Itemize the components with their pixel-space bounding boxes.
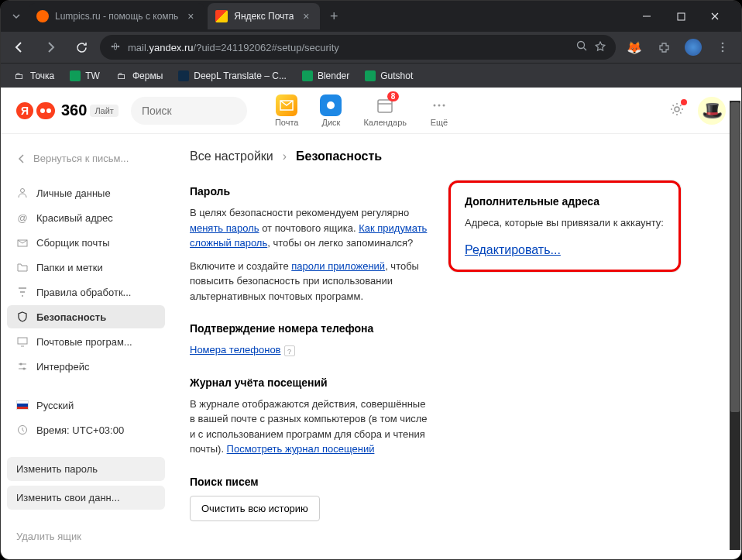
back-to-mail-link[interactable]: Вернуться к письм... [7, 146, 165, 170]
svg-line-7 [584, 48, 587, 51]
svg-point-26 [20, 363, 22, 366]
bookmark-item[interactable]: DeepL Translate – С... [172, 67, 293, 84]
section-phone: Подтверждение номера телефона Номера тел… [190, 322, 430, 358]
svg-point-16 [433, 104, 435, 106]
sidebar-item-personal[interactable]: Личные данные [7, 181, 165, 204]
app-header: Я 360 Лайт Почта Диск 8 Календарь [1, 88, 741, 134]
app-calendar[interactable]: 8 Календарь [363, 94, 407, 127]
scrollbar-thumb[interactable] [730, 102, 740, 412]
clear-history-button[interactable]: Очистить всю историю [190, 496, 320, 521]
edit-addresses-link[interactable]: Редактировать... [465, 243, 561, 256]
logo-badge: Лайт [90, 105, 119, 117]
section-text: Адреса, которые вы привязали к аккаунту: [465, 215, 665, 231]
change-password-button[interactable]: Изменить пароль [7, 457, 165, 481]
browser-tab-inactive[interactable]: Lumpics.ru - помощь с компь × [29, 3, 204, 29]
extensions-button[interactable] [651, 35, 676, 60]
forward-button[interactable] [38, 35, 63, 60]
back-button[interactable] [7, 35, 32, 60]
app-passwords-link[interactable]: пароли приложений [291, 260, 385, 272]
site-info-icon[interactable] [109, 40, 122, 55]
tab-search-dropdown[interactable] [7, 7, 26, 26]
filter-icon [16, 286, 29, 298]
section-text: В целях безопасности рекомендуем регуляр… [190, 205, 430, 251]
bookmark-star-icon[interactable] [594, 40, 606, 55]
user-avatar[interactable]: 🎩 [698, 97, 726, 125]
notification-dot [681, 99, 687, 105]
sidebar-item-timezone[interactable]: Время: UTC+03:00 [7, 418, 165, 441]
address-bar[interactable]: mail.yandex.ru/?uid=241192062#setup/secu… [100, 35, 616, 60]
bookmark-item[interactable]: 🗀Фермы [109, 67, 169, 85]
delete-mailbox-link[interactable]: Удалить ящик [7, 524, 165, 548]
maximize-button[interactable] [670, 5, 692, 27]
logo-text: 360 [61, 101, 87, 119]
sidebar-item-rules[interactable]: Правила обработк... [7, 280, 165, 304]
bookmark-item[interactable]: Gutshot [359, 67, 419, 84]
browser-toolbar: mail.yandex.ru/?uid=241192062#setup/secu… [1, 32, 741, 63]
tab-favicon [36, 10, 49, 22]
sidebar-item-security[interactable]: Безопасность [7, 305, 165, 328]
bookmark-item[interactable]: Blender [296, 67, 356, 84]
sidebar-item-interface[interactable]: Интерфейс [7, 355, 165, 378]
folder-icon: 🗀 [115, 70, 128, 82]
svg-point-9 [722, 46, 724, 49]
breadcrumb-current: Безопасность [296, 149, 382, 163]
svg-point-19 [675, 107, 679, 112]
app-disk[interactable]: Диск [320, 94, 342, 127]
bookmark-item[interactable]: TW [64, 67, 106, 84]
flag-ru-icon [16, 399, 29, 411]
minimize-button[interactable] [636, 5, 658, 27]
svg-point-8 [722, 43, 724, 45]
close-window-button[interactable] [704, 5, 726, 27]
section-journal: Журнал учёта посещений В журнале отображ… [190, 376, 430, 457]
breadcrumb: Все настройки › Безопасность [190, 149, 723, 163]
settings-gear-button[interactable] [668, 101, 685, 121]
url-text: mail.yandex.ru/?uid=241192062#setup/secu… [128, 42, 570, 53]
section-password: Пароль В целях безопасности рекомендуем … [190, 185, 430, 304]
section-title: Подтверждение номера телефона [190, 322, 430, 335]
settings-content: Все настройки › Безопасность Пароль В це… [171, 134, 741, 560]
sidebar-item-address[interactable]: @Красивый адрес [7, 206, 165, 229]
help-icon[interactable]: ? [284, 345, 295, 356]
svg-rect-1 [678, 13, 685, 20]
at-icon: @ [16, 211, 29, 224]
phone-numbers-link[interactable]: Номера телефонов [190, 344, 281, 356]
close-icon[interactable]: × [300, 10, 312, 22]
breadcrumb-all-settings[interactable]: Все настройки [190, 149, 273, 163]
titlebar: Lumpics.ru - помощь с компь × Яндекс Поч… [1, 1, 741, 32]
svg-point-17 [438, 104, 440, 106]
change-data-button[interactable]: Изменить свои данн... [7, 486, 165, 510]
folder-icon: 🗀 [13, 70, 26, 82]
tab-favicon [215, 10, 228, 22]
new-tab-button[interactable]: + [323, 5, 345, 27]
reload-button[interactable] [69, 35, 94, 60]
calendar-badge: 8 [387, 91, 400, 101]
more-icon [428, 94, 450, 116]
svg-point-6 [578, 42, 585, 49]
tab-title: Яндекс Почта [234, 11, 294, 22]
section-text: Включите и создайте пароли приложений, ч… [190, 259, 430, 304]
extension-icon[interactable]: 🦊 [622, 35, 647, 60]
yandex-360-logo[interactable]: Я 360 Лайт [16, 101, 119, 119]
bookmark-item[interactable]: 🗀Точка [7, 67, 60, 85]
sidebar-item-programs[interactable]: Почтовые програм... [7, 330, 165, 353]
close-icon[interactable]: × [184, 10, 197, 22]
app-more[interactable]: Ещё [428, 94, 450, 127]
sidebar-item-folders[interactable]: Папки и метки [7, 256, 165, 279]
disk-icon [320, 94, 342, 116]
sidebar-item-language[interactable]: Русский [7, 393, 165, 417]
app-mail[interactable]: Почта [275, 94, 299, 127]
bookmarks-bar: 🗀Точка TW 🗀Фермы DeepL Translate – С... … [1, 63, 741, 88]
zoom-icon[interactable] [576, 40, 588, 54]
search-box[interactable] [131, 97, 247, 125]
browser-tab-active[interactable]: Яндекс Почта × [208, 3, 320, 29]
menu-button[interactable] [710, 35, 735, 60]
view-journal-link[interactable]: Посмотреть журнал посещений [227, 443, 375, 455]
sidebar-item-collector[interactable]: Сборщик почты [7, 231, 165, 254]
search-input[interactable] [142, 105, 277, 117]
clock-icon [16, 424, 29, 436]
profile-avatar[interactable] [681, 35, 706, 60]
mail-icon [276, 94, 297, 116]
change-password-link[interactable]: менять пароль [190, 222, 259, 234]
svg-rect-14 [378, 100, 392, 112]
svg-point-27 [23, 368, 26, 370]
